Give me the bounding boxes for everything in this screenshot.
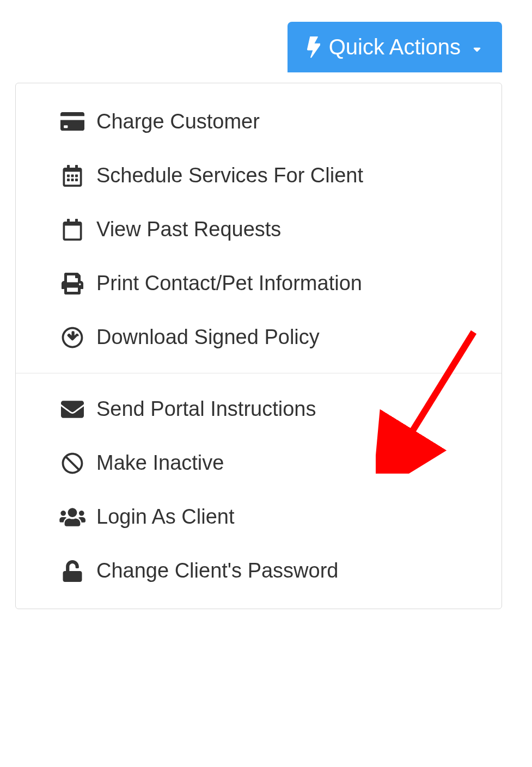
quick-actions-button[interactable]: Quick Actions	[288, 22, 502, 72]
menu-item-change-password[interactable]: Change Client's Password	[16, 544, 502, 598]
menu-item-label: Download Signed Policy	[96, 326, 320, 349]
calendar-grid-icon	[59, 165, 85, 187]
envelope-icon	[59, 398, 85, 421]
download-circle-icon	[59, 327, 85, 348]
menu-item-label: Send Portal Instructions	[96, 397, 316, 421]
caret-down-icon	[472, 35, 482, 59]
menu-item-print-info[interactable]: Print Contact/Pet Information	[16, 256, 502, 310]
menu-item-label: Login As Client	[96, 505, 235, 529]
menu-item-make-inactive[interactable]: Make Inactive	[16, 436, 502, 490]
menu-item-label: View Past Requests	[96, 218, 281, 241]
menu-item-view-past-requests[interactable]: View Past Requests	[16, 203, 502, 256]
menu-item-label: Print Contact/Pet Information	[96, 272, 362, 295]
menu-item-login-as-client[interactable]: Login As Client	[16, 490, 502, 544]
printer-icon	[59, 273, 85, 294]
menu-item-label: Make Inactive	[96, 451, 224, 475]
quick-actions-label: Quick Actions	[329, 35, 461, 59]
quick-actions-dropdown: Charge Customer Schedule Services For Cl…	[15, 83, 502, 609]
menu-item-label: Schedule Services For Client	[96, 164, 363, 187]
users-icon	[59, 506, 85, 528]
menu-item-charge-customer[interactable]: Charge Customer	[16, 94, 502, 149]
menu-divider	[16, 373, 502, 373]
credit-card-icon	[59, 109, 85, 133]
unlock-icon	[59, 560, 85, 582]
menu-item-label: Charge Customer	[96, 110, 260, 133]
menu-item-download-policy[interactable]: Download Signed Policy	[16, 310, 502, 364]
ban-icon	[59, 452, 85, 474]
bolt-icon	[307, 36, 320, 58]
calendar-empty-icon	[59, 219, 85, 241]
menu-item-label: Change Client's Password	[96, 559, 338, 582]
menu-item-schedule-services[interactable]: Schedule Services For Client	[16, 149, 502, 203]
menu-item-send-portal-instructions[interactable]: Send Portal Instructions	[16, 382, 502, 436]
